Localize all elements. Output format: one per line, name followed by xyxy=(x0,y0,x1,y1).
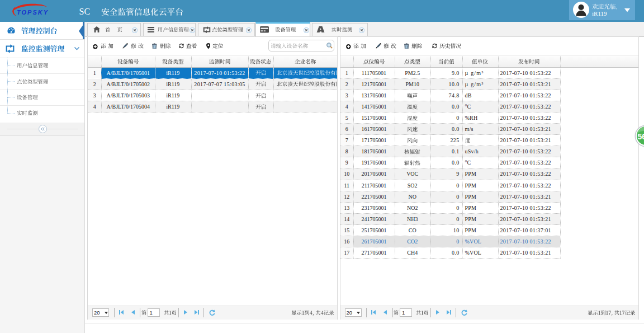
svg-text:56: 56 xyxy=(638,132,644,140)
